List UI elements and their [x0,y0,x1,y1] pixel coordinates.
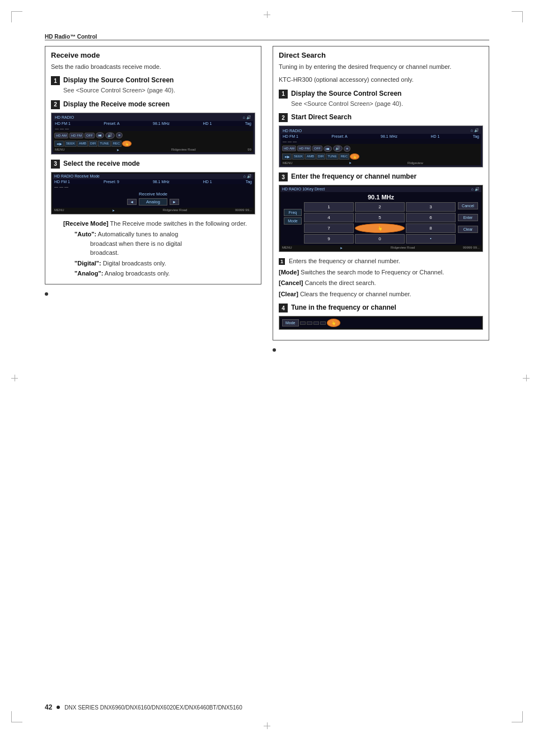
def-clear-label: [Clear] [279,291,298,297]
r1-btn-list: ≡ [344,146,350,152]
btn-seek: SEEK [64,141,77,147]
def-1: 1 Enters the frequency or channel number… [279,256,483,266]
note-digital-text: Digital broadcasts only. [103,260,166,267]
r1-thumb: 👆 [350,153,359,160]
device-row2: ◄▶ SEEK AMB DIR TUNE REC 👆 [53,140,253,147]
def-1-text: Enters the frequency or channel number. [289,258,400,264]
r1-btn-12: ◄▶ [282,153,292,160]
right-column: Direct Search Tuning in by entering the … [273,46,489,353]
r1-hd: HD 1 [430,134,439,138]
device-hd-1: HD 1 [203,122,212,125]
def-1-num: 1 [279,258,285,265]
receive-notes: [Receive Mode] The Receive mode switches… [63,219,255,278]
left-step-2: 2 Display the Receive mode screen HD RAD… [51,100,255,155]
device-screen-r1: HD RADIO ⌂ 🔊 HD FM 1 Preset: A 98.1 MHz … [279,125,483,167]
header-divider [45,40,489,40]
mode-content: Receive Mode ◄ Analog ► [53,189,254,208]
enter-btn: Enter [458,214,478,221]
r1-menu: MENU [283,161,293,165]
page-number: 42 [45,703,52,711]
direct-search-section: Direct Search Tuning in by entering the … [273,46,489,340]
tune-val3 [313,321,319,325]
tune-screen: Mode 👆 [279,316,483,330]
r1-btn-hdfm: HD FM [297,146,311,151]
preset-row: ◄▶ SEEK AMB DIR TUNE REC 👆 [54,141,132,147]
right-actions: Cancel Enter Clear [458,202,478,244]
note-rm-label: [Receive Mode] [63,220,109,227]
btn-thumb-1: 👆 [122,141,132,147]
device-label-1: HD RADIO [55,115,74,119]
btn-2: 2 [355,202,405,212]
r1-amb: AMB [305,153,316,160]
left-step-3-header: 3 Select the receive mode [51,159,255,169]
note-auto: "Auto": Automatically tunes to analog br… [74,230,255,258]
direct-search-title: Direct Search [279,51,483,59]
page: HD Radio™ Control Receive mode Sets the … [0,0,534,756]
mode-left-arrow: ◄ [127,199,137,205]
direct-screen-top: HD RADIO 10Key Direct ⌂ 🔊 [280,186,481,192]
btn-7: 7 [304,223,354,233]
mode-number: 99999 99... [235,208,252,212]
btn-1: 1 [304,202,354,212]
r1-nav: ➤ [349,161,352,165]
right-step-1-text: Display the Source Control Screen [291,89,401,99]
r1-btn-hdam: HD AM [282,146,296,151]
def-clear-text: Clears the frequency or channel number. [300,291,411,297]
mode-hdfm: HD FM 1 [54,180,70,184]
btn-thumb-direct: 👆 [355,223,405,233]
r1-tag: Tag [473,134,479,138]
left-step-1-header: 1 Display the Source Control Screen [51,76,255,85]
direct-main: Freq Mode 1 2 3 4 5 6 [284,202,478,244]
mode-hd: HD 1 [203,180,212,184]
page-footer: 42 DNX SERIES DNX6960/DNX6160/DNX6020EX/… [45,703,489,711]
r1-road: Ridgeview [407,161,423,165]
left-step-2-header: 2 Display the Receive mode screen [51,100,255,109]
left-step-3-text: Select the receive mode [63,159,140,169]
mode-footer: MENU ➤ Ridgeview Road 99999 99... [53,208,254,213]
number-1: 99 [247,148,251,151]
mode-menu: MENU [54,208,64,212]
mode-freq: 98.1 MHz [153,180,170,184]
direct-number: 99999 99... [463,246,480,250]
bullet-area-left [45,291,261,297]
btn-dir: DIR [88,141,97,147]
btn-4: 4 [304,213,354,222]
menu-label-1: MENU [55,148,65,151]
device-preset-1: Preset: A [104,122,119,125]
footer-dot [57,706,60,709]
right-step-3-text: Enter the frequency or channel number [291,172,416,181]
note-analog-text: Analog broadcasts only. [105,270,170,277]
tune-val1 [300,321,306,325]
left-step-3: 3 Select the receive mode HD RADIO Recei… [51,159,255,214]
receive-mode-section: Receive mode Sets the radio broadcasts r… [45,46,261,284]
direct-icons: ⌂ 🔊 [471,187,480,192]
btn-rec: REC [111,141,122,147]
device-status-r1: HD FM 1 Preset: A 98.1 MHz HD 1 Tag [281,134,481,139]
mode-current: Analog [139,198,167,206]
note-auto-text3: broadcast. [90,248,255,258]
footer-series: DNX SERIES DNX6960/DNX6160/DNX6020EX/DNX… [64,704,242,711]
mode-options: ◄ Analog ► [56,198,250,206]
bullet-dot-left [45,292,48,296]
note-rm-text: The Receive mode switches in the followi… [110,220,247,227]
right-step-4-text: Tune in the frequency or channel [291,303,396,312]
device-screen-1: HD RADIO ⌂ 🔊 HD FM 1 Preset: A 98.1 MHz … [51,113,255,155]
btn-list: ≡ [116,132,123,138]
btn-amb: AMB [77,141,88,147]
right-step-1-num: 1 [279,90,288,99]
mode-tag: Tag [246,180,252,184]
btn-audio: 🔊 [105,132,115,139]
direct-footer: MENU ➤ Ridgeview Road 99999 99... [280,245,481,250]
btn-8: 8 [406,223,456,233]
left-step-2-num: 2 [51,100,60,109]
tune-val4 [320,321,326,325]
btn-5: 5 [355,213,405,222]
freq-display: 90.1 MHz [368,194,394,200]
r1-dash: — — — [281,139,481,144]
direct-label: HD RADIO 10Key Direct [282,187,325,192]
bullet-dot-right [273,348,276,352]
direct-search-desc2: KTC-HR300 (optional accessory) connected… [279,76,483,84]
device-tag-1: Tag [245,122,251,125]
numpad: 1 2 3 4 5 6 7 👆 8 9 [304,202,456,244]
nav-icon-1: ➤ [116,148,119,152]
